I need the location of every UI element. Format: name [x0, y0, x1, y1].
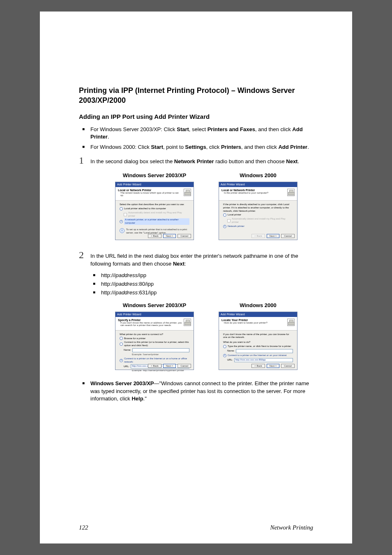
wizard-xp-2: Add Printer Wizard Specify a Printer If … [115, 312, 194, 370]
prompt-text: If the printer is directly attached to y… [223, 203, 293, 213]
example-text: Example: http://server/printers/myprinte… [132, 369, 189, 372]
titlebar: Add Printer Wizard [115, 182, 194, 187]
titlebar: Add Printer Wizard [115, 312, 194, 317]
next-button[interactable]: Next > [163, 364, 176, 368]
radio-local[interactable]: Local printer attached to this computer [120, 207, 189, 210]
prompt-text: What printer do you want to connect to? [120, 333, 189, 336]
step-text: In the URL field in the next dialog box … [90, 250, 313, 268]
titlebar: Add Printer Wizard [219, 182, 297, 187]
name-field[interactable] [236, 349, 293, 353]
example-text: Example: \\server\printer [132, 353, 189, 356]
url-field[interactable]: http://xxx.xxx.xxx.xxx:80/ipp [234, 358, 293, 362]
info-icon: i [120, 228, 125, 233]
page-number: 122 [79, 524, 88, 531]
radio-browse[interactable]: Browse for a printer [120, 337, 189, 340]
radio-network[interactable]: A network printer, or a printer attached… [120, 218, 189, 225]
intro-bullet-1: For Windows Server 2003/XP: Click Start,… [90, 126, 313, 141]
printer-icon [184, 319, 191, 326]
url-list: http://ipaddress/ipp http://ipaddress:80… [79, 272, 313, 296]
section-name: Network Printing [270, 524, 313, 531]
name-label: Name: [124, 349, 131, 352]
caption-2k: Windows 2000 [219, 302, 297, 308]
url-item: http://ipaddress/ipp [101, 272, 313, 278]
radio-local[interactable]: Local printer [223, 213, 293, 217]
wizard-subheading: The wizard needs to know which type of p… [120, 192, 182, 197]
printer-icon [287, 319, 295, 326]
url-item: http://ipaddress:80/ipp [101, 281, 313, 287]
radio-connect-url[interactable]: Connect to a printer on the Internet or … [120, 357, 189, 364]
radio-connect-name[interactable]: Connect to this printer (or to browse fo… [120, 341, 189, 347]
wizard-subheading: Is the printer attached to your computer… [224, 192, 286, 194]
prompt-text: Select the option that describes the pri… [120, 203, 189, 206]
back-button[interactable]: < Back [148, 364, 161, 368]
caption-xp: Windows Server 2003/XP [115, 172, 194, 178]
wizard-subheading: How do you want to locate your printer? [224, 321, 286, 324]
screenshot-row-2: Windows Server 2003/XP Add Printer Wizar… [79, 302, 313, 370]
url-label: URL: [124, 365, 129, 368]
name-field[interactable] [132, 348, 189, 352]
back-button[interactable]: < Back [251, 364, 265, 368]
wizard-heading: Local or Network Printer [221, 189, 286, 192]
url-item: http://ipaddress:631/ipp [101, 289, 313, 296]
step-number: 1 [79, 155, 86, 165]
intro-bullet-2: For Windows 2000: Click Start, point to … [90, 143, 313, 151]
back-button[interactable]: < Back [148, 234, 161, 238]
cancel-button[interactable]: Cancel [281, 234, 295, 238]
name-label: Name: [227, 349, 235, 353]
next-button[interactable]: Next > [267, 364, 280, 368]
wizard-heading: Local or Network Printer [118, 189, 182, 192]
wizard-heading: Locate Your Printer [221, 319, 286, 321]
step-2: 2 In the URL field in the next dialog bo… [79, 250, 313, 268]
screenshot-row-1: Windows Server 2003/XP Add Printer Wizar… [79, 172, 313, 240]
page-title: Printing via IPP (Internet Printing Prot… [79, 86, 313, 106]
next-button[interactable]: Next > [163, 234, 176, 238]
step-1: 1 In the second dialog box select the Ne… [79, 155, 313, 166]
intro-list: For Windows Server 2003/XP: Click Start,… [79, 126, 313, 152]
checkbox-autodetect[interactable]: Automatically detect and install my Plug… [227, 217, 293, 224]
wizard-heading: Specify a Printer [118, 319, 182, 321]
wizard-2k-2: Add Printer Wizard Locate Your Printer H… [219, 312, 297, 370]
cancel-button[interactable]: Cancel [281, 364, 295, 368]
cancel-button[interactable]: Cancel [178, 364, 191, 368]
cancel-button[interactable]: Cancel [178, 234, 191, 238]
radio-type-name[interactable]: Type the printer name, or click Next to … [223, 345, 293, 348]
note-item: Windows Server 2003/XP—"Windows cannot c… [90, 380, 313, 403]
wizard-2k-1: Add Printer Wizard Local or Network Prin… [219, 182, 297, 240]
checkbox-autodetect[interactable]: Automatically detect and install my Plug… [124, 211, 189, 218]
radio-connect-url[interactable]: Connect to a printer on the Internet or … [223, 354, 293, 357]
next-button[interactable]: Next > [267, 234, 280, 238]
note-list: Windows Server 2003/XP—"Windows cannot c… [79, 380, 313, 403]
page-footer: 122 Network Printing [79, 524, 313, 531]
section-subtitle: Adding an IPP Port using Add Printer Wiz… [79, 113, 313, 120]
radio-network[interactable]: Network printer [223, 225, 293, 228]
document-page: Printing via IPP (Internet Printing Prot… [40, 12, 352, 543]
titlebar: Add Printer Wizard [219, 312, 297, 317]
wizard-subheading: If you don't know the name or address of… [120, 321, 182, 326]
printer-icon [184, 189, 191, 196]
step-number: 2 [79, 250, 86, 260]
back-button[interactable]: < Back [251, 234, 265, 238]
wizard-xp-1: Add Printer Wizard Local or Network Prin… [115, 182, 194, 240]
caption-xp: Windows Server 2003/XP [115, 302, 194, 308]
caption-2k: Windows 2000 [219, 172, 297, 178]
question-text: What do you want to do? [223, 341, 293, 344]
printer-icon [287, 189, 295, 196]
url-label: URL: [227, 358, 233, 362]
step-text: In the second dialog box select the Netw… [90, 155, 313, 166]
prompt-text: If you don't know the name of the printe… [223, 333, 293, 340]
